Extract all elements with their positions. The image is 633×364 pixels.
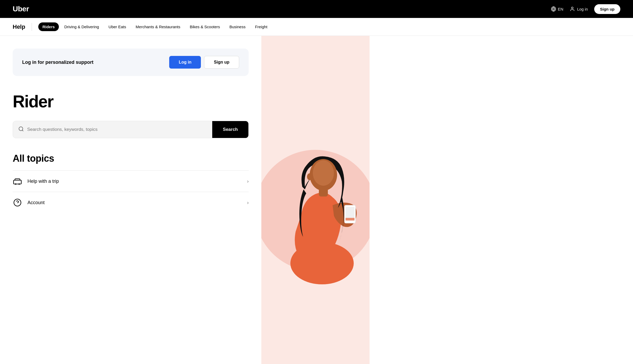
nav-item-driving-delivering[interactable]: Driving & Delivering <box>60 22 103 31</box>
search-inner <box>13 121 212 138</box>
page-title: Rider <box>13 92 249 111</box>
nav-item-business[interactable]: Business <box>225 22 250 31</box>
topic-item-account[interactable]: Account › <box>13 192 249 213</box>
top-nav-right: EN Log in Sign up <box>551 4 620 14</box>
car-icon <box>13 176 22 186</box>
right-illustration <box>261 36 370 364</box>
svg-point-14 <box>313 160 334 186</box>
chevron-right-icon-account: › <box>247 200 249 205</box>
top-login-button[interactable]: Log in <box>570 6 588 12</box>
nav-item-uber-eats[interactable]: Uber Eats <box>104 22 130 31</box>
sub-nav: Help Riders Driving & Delivering Uber Ea… <box>0 18 633 36</box>
left-content: Log in for personalized support Log in S… <box>0 36 261 364</box>
banner-signup-button[interactable]: Sign up <box>204 56 239 69</box>
top-nav: Uber EN Log in Sign up <box>0 0 633 18</box>
question-circle-icon <box>13 198 22 207</box>
nav-item-riders[interactable]: Riders <box>38 22 59 31</box>
help-logo: Help <box>13 23 25 30</box>
lang-label: EN <box>558 7 563 11</box>
all-topics-title: All topics <box>13 153 249 164</box>
svg-rect-3 <box>13 180 21 184</box>
search-button[interactable]: Search <box>212 121 248 138</box>
main-container: Log in for personalized support Log in S… <box>0 36 633 364</box>
topic-left: Help with a trip <box>13 176 59 186</box>
nav-item-merchants-restaurants[interactable]: Merchants & Restaurants <box>131 22 185 31</box>
topic-left-account: Account <box>13 198 45 207</box>
topic-label-account: Account <box>27 200 45 205</box>
search-bar: Search <box>13 121 249 138</box>
chevron-right-icon: › <box>247 179 249 184</box>
svg-point-6 <box>14 199 21 206</box>
nav-item-bikes-scooters[interactable]: Bikes & Scooters <box>186 22 224 31</box>
uber-logo: Uber <box>13 5 29 13</box>
login-banner: Log in for personalized support Log in S… <box>13 49 249 76</box>
hero-illustration <box>261 36 370 364</box>
topic-label-help-with-a-trip: Help with a trip <box>27 179 59 184</box>
login-banner-text: Log in for personalized support <box>22 60 93 65</box>
login-label: Log in <box>577 7 588 11</box>
language-button[interactable]: EN <box>551 6 563 12</box>
banner-login-button[interactable]: Log in <box>169 56 201 69</box>
nav-divider <box>32 23 32 31</box>
search-icon <box>18 126 24 133</box>
svg-point-15 <box>307 173 312 180</box>
svg-point-2 <box>19 127 23 131</box>
search-input[interactable] <box>27 122 207 137</box>
top-signup-button[interactable]: Sign up <box>594 4 620 14</box>
nav-items: Riders Driving & Delivering Uber Eats Me… <box>38 22 272 31</box>
globe-icon <box>551 6 556 12</box>
nav-item-freight[interactable]: Freight <box>251 22 272 31</box>
svg-point-1 <box>571 7 573 9</box>
svg-rect-16 <box>319 188 328 197</box>
user-icon <box>570 6 575 12</box>
topic-item-help-with-a-trip[interactable]: Help with a trip › <box>13 170 249 192</box>
login-banner-buttons: Log in Sign up <box>169 56 239 69</box>
svg-rect-12 <box>346 218 355 221</box>
